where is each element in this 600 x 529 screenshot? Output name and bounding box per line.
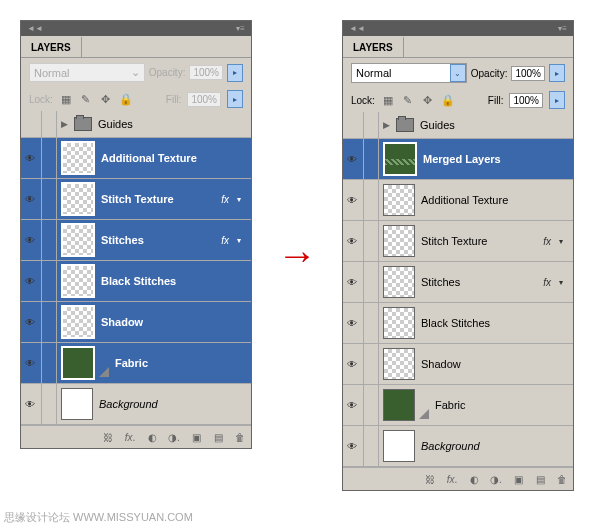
visibility-toggle[interactable] bbox=[21, 343, 42, 383]
layer-name[interactable]: Additional Texture bbox=[421, 194, 569, 206]
layer-name[interactable]: Additional Texture bbox=[101, 152, 247, 164]
layer-thumbnail[interactable] bbox=[383, 348, 415, 380]
layer-name[interactable]: Background bbox=[99, 398, 247, 410]
panel-header[interactable]: ◄◄ ▾≡ bbox=[343, 21, 573, 36]
fill-value[interactable]: 100% bbox=[509, 93, 543, 108]
layer-row[interactable]: Additional Texture bbox=[343, 180, 573, 221]
layer-name[interactable]: Black Stitches bbox=[421, 317, 569, 329]
visibility-toggle[interactable] bbox=[343, 221, 364, 261]
layer-row[interactable]: Fabric bbox=[343, 385, 573, 426]
visibility-toggle[interactable] bbox=[21, 302, 42, 342]
visibility-toggle[interactable] bbox=[343, 262, 364, 302]
lock-pixels-icon[interactable]: ✎ bbox=[79, 92, 93, 106]
visibility-toggle[interactable] bbox=[21, 138, 42, 178]
layer-thumbnail[interactable] bbox=[61, 182, 95, 216]
link-layers-icon[interactable]: ⛓ bbox=[423, 472, 437, 486]
layer-style-icon[interactable]: fx. bbox=[445, 472, 459, 486]
layer-mask-icon[interactable]: ◐ bbox=[145, 430, 159, 444]
layer-thumbnail[interactable] bbox=[61, 305, 95, 339]
blend-mode-select[interactable]: Normal⌄ bbox=[351, 63, 467, 83]
delete-layer-icon[interactable]: 🗑 bbox=[555, 472, 569, 486]
visibility-toggle[interactable] bbox=[343, 426, 364, 466]
visibility-toggle[interactable] bbox=[343, 139, 364, 179]
opacity-flyout[interactable]: ▸ bbox=[227, 64, 243, 82]
new-group-icon[interactable]: ▣ bbox=[511, 472, 525, 486]
layer-row[interactable]: Background bbox=[21, 384, 251, 425]
layer-name[interactable]: Stitch Texture bbox=[101, 193, 215, 205]
lock-pixels-icon[interactable]: ✎ bbox=[401, 93, 415, 107]
fill-flyout[interactable]: ▸ bbox=[549, 91, 565, 109]
layer-thumbnail[interactable] bbox=[383, 430, 415, 462]
layer-row[interactable]: Shadow bbox=[343, 344, 573, 385]
layer-row[interactable]: Fabric bbox=[21, 343, 251, 384]
link-layers-icon[interactable]: ⛓ bbox=[101, 430, 115, 444]
layer-name[interactable]: Shadow bbox=[421, 358, 569, 370]
tab-layers[interactable]: LAYERS bbox=[21, 36, 82, 57]
adjustment-layer-icon[interactable]: ◑. bbox=[489, 472, 503, 486]
fx-expand-icon[interactable]: ▾ bbox=[559, 237, 569, 246]
guides-group[interactable]: ▶Guides bbox=[343, 112, 573, 139]
new-layer-icon[interactable]: ▤ bbox=[211, 430, 225, 444]
layer-name[interactable]: Stitch Texture bbox=[421, 235, 537, 247]
layer-row[interactable]: Black Stitches bbox=[21, 261, 251, 302]
guides-group[interactable]: ▶Guides bbox=[21, 111, 251, 138]
layer-thumbnail[interactable] bbox=[61, 264, 95, 298]
panel-menu-icon[interactable]: ▾≡ bbox=[558, 24, 567, 33]
layer-row[interactable]: Stitchesfx▾ bbox=[21, 220, 251, 261]
layer-thumbnail[interactable] bbox=[383, 184, 415, 216]
layer-thumbnail[interactable] bbox=[383, 389, 415, 421]
layer-thumbnail[interactable] bbox=[61, 223, 95, 257]
lock-all-icon[interactable]: 🔒 bbox=[119, 92, 133, 106]
panel-menu-icon[interactable]: ▾≡ bbox=[236, 24, 245, 33]
visibility-toggle[interactable] bbox=[343, 344, 364, 384]
collapse-icon[interactable]: ◄◄ bbox=[349, 24, 365, 33]
visibility-toggle[interactable] bbox=[21, 220, 42, 260]
new-group-icon[interactable]: ▣ bbox=[189, 430, 203, 444]
layer-name[interactable]: Shadow bbox=[101, 316, 247, 328]
visibility-toggle[interactable] bbox=[343, 303, 364, 343]
layer-row[interactable]: Merged Layers bbox=[343, 139, 573, 180]
collapse-icon[interactable]: ◄◄ bbox=[27, 24, 43, 33]
fx-expand-icon[interactable]: ▾ bbox=[237, 195, 247, 204]
visibility-toggle[interactable] bbox=[343, 180, 364, 220]
opacity-flyout[interactable]: ▸ bbox=[549, 64, 565, 82]
layer-name[interactable]: Stitches bbox=[101, 234, 215, 246]
layer-name[interactable]: Stitches bbox=[421, 276, 537, 288]
delete-layer-icon[interactable]: 🗑 bbox=[233, 430, 247, 444]
layer-thumbnail[interactable] bbox=[383, 225, 415, 257]
lock-position-icon[interactable]: ✥ bbox=[421, 93, 435, 107]
layer-row[interactable]: Stitch Texturefx▾ bbox=[21, 179, 251, 220]
tab-layers[interactable]: LAYERS bbox=[343, 36, 404, 57]
fill-flyout[interactable]: ▸ bbox=[227, 90, 243, 108]
layer-thumbnail[interactable] bbox=[383, 142, 417, 176]
layer-name[interactable]: Fabric bbox=[435, 399, 569, 411]
opacity-value[interactable]: 100% bbox=[511, 66, 545, 81]
layer-row[interactable]: Stitch Texturefx▾ bbox=[343, 221, 573, 262]
fx-expand-icon[interactable]: ▾ bbox=[237, 236, 247, 245]
lock-transparency-icon[interactable]: ▦ bbox=[381, 93, 395, 107]
panel-header[interactable]: ◄◄ ▾≡ bbox=[21, 21, 251, 36]
layer-row[interactable]: Black Stitches bbox=[343, 303, 573, 344]
visibility-toggle[interactable] bbox=[21, 179, 42, 219]
expand-icon[interactable]: ▶ bbox=[383, 120, 390, 130]
layer-thumbnail[interactable] bbox=[383, 266, 415, 298]
adjustment-layer-icon[interactable]: ◑. bbox=[167, 430, 181, 444]
layer-name[interactable]: Black Stitches bbox=[101, 275, 247, 287]
visibility-toggle[interactable] bbox=[343, 385, 364, 425]
new-layer-icon[interactable]: ▤ bbox=[533, 472, 547, 486]
layer-mask-icon[interactable]: ◐ bbox=[467, 472, 481, 486]
layer-name[interactable]: Merged Layers bbox=[423, 153, 569, 165]
layer-row[interactable]: Additional Texture bbox=[21, 138, 251, 179]
lock-all-icon[interactable]: 🔒 bbox=[441, 93, 455, 107]
layer-row[interactable]: Background bbox=[343, 426, 573, 467]
layer-thumbnail[interactable] bbox=[61, 141, 95, 175]
lock-position-icon[interactable]: ✥ bbox=[99, 92, 113, 106]
layer-row[interactable]: Stitchesfx▾ bbox=[343, 262, 573, 303]
layer-name[interactable]: Fabric bbox=[115, 357, 247, 369]
layer-name[interactable]: Background bbox=[421, 440, 569, 452]
lock-transparency-icon[interactable]: ▦ bbox=[59, 92, 73, 106]
layer-style-icon[interactable]: fx. bbox=[123, 430, 137, 444]
expand-icon[interactable]: ▶ bbox=[61, 119, 68, 129]
layer-thumbnail[interactable] bbox=[61, 388, 93, 420]
visibility-toggle[interactable] bbox=[21, 384, 42, 424]
